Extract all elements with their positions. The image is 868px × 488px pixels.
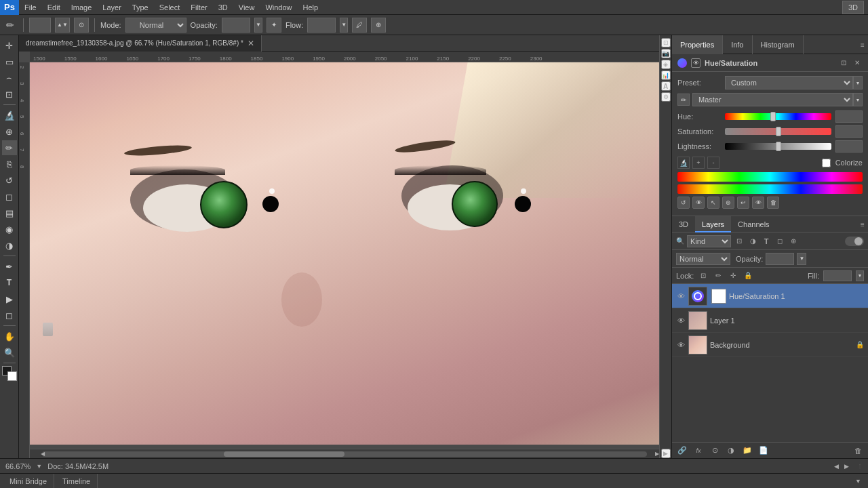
rmt-chart-icon[interactable]: 📊 [661,70,671,80]
type-tool[interactable]: T [2,275,17,290]
hue-slider-thumb[interactable] [770,112,776,121]
remove-sample-btn[interactable]: - [707,157,719,169]
history-brush-tool[interactable]: ↺ [2,173,17,188]
fill-value[interactable]: 100% [823,270,852,281]
rmt-settings-icon[interactable]: ⚙ [661,92,671,102]
adjust-filter-icon[interactable]: ◑ [747,236,758,247]
del-adjust-icon[interactable]: ↖ [707,197,719,209]
move-tool[interactable]: ✛ [2,38,17,53]
blend-mode-select[interactable]: Normal [676,253,730,265]
fill-dropdown-btn[interactable]: ▼ [856,270,864,281]
view-icon[interactable]: 👁 [752,197,764,209]
lock-paint-btn[interactable]: ✏ [713,270,724,281]
layers-tab-3d[interactable]: 3D [672,216,695,232]
clip-icon[interactable]: ⊕ [722,197,734,209]
fx-btn[interactable]: fx [692,445,705,457]
menu-layer[interactable]: Layer [97,0,127,15]
lasso-tool[interactable]: ⌢ [2,70,17,85]
layers-tab-layers[interactable]: Layers [695,216,731,232]
hue-value-input[interactable]: -23 [835,110,863,123]
brush-tool-icon[interactable]: ✏ [3,18,18,33]
layer-item-layer1[interactable]: 👁 Layer 1 [672,308,868,333]
channel-dropdown-btn[interactable]: ▼ [853,93,863,106]
lock-all-btn[interactable]: 🔒 [743,270,753,281]
rmt-3d-icon[interactable]: ◈ [661,60,671,69]
layer-visibility-eye[interactable]: 👁 [676,316,686,325]
menu-image[interactable]: Image [66,0,98,15]
menu-file[interactable]: File [19,0,42,15]
scroll-right-btn[interactable]: ▶ [655,451,659,457]
lightness-value-input[interactable]: 0 [835,140,863,152]
pixel-filter-icon[interactable]: ⊡ [734,236,745,247]
status-zoom-icon[interactable]: ▼ [36,463,42,470]
menu-view[interactable]: View [233,0,260,15]
resize-grip[interactable]: ⋮ [857,463,863,469]
menu-type[interactable]: Type [127,0,154,15]
clone-tool[interactable]: ⎘ [2,157,17,171]
crop-tool[interactable]: ⊡ [2,87,17,102]
visibility-toggle[interactable]: 👁 [691,58,701,68]
lightness-slider-thumb[interactable] [776,142,781,151]
dodge-tool[interactable]: ◑ [2,238,17,253]
opacity-dropdown[interactable]: ▼ [254,18,262,33]
opacity-input[interactable]: 100% [222,18,250,33]
timeline-next-btn[interactable]: ▶ [844,463,849,470]
canvas-image[interactable] [30,62,659,445]
path-select-tool[interactable]: ▶ [2,291,17,306]
menu-3d[interactable]: 3D [213,0,233,15]
menu-filter[interactable]: Filter [185,0,212,15]
new-fill-btn[interactable]: ◑ [725,445,737,457]
brush-size-stepper[interactable]: ▲▼ [55,18,70,33]
menu-help[interactable]: Help [298,0,324,15]
stylus-icon[interactable]: 🖊 [352,18,367,33]
tab-info[interactable]: Info [723,35,752,54]
colorize-checkbox[interactable] [822,159,831,167]
clip-to-layer-btn[interactable]: ⊡ [838,58,849,68]
tab-histogram[interactable]: Histogram [753,35,804,54]
select-tool[interactable]: ▭ [2,54,17,69]
saturation-value-input[interactable]: 0 [835,125,863,138]
channel-edit-icon[interactable]: ✏ [677,94,690,106]
zoom-tool[interactable]: 🔍 [2,345,17,360]
rmt-text-icon[interactable]: A [661,81,671,91]
canvas-container[interactable]: 1500 1550 1600 1650 1700 1750 1800 1850 … [19,52,659,458]
smart-filter-icon[interactable]: ⊕ [788,236,799,247]
filter-toggle[interactable] [845,237,864,246]
tab-mini-bridge[interactable]: Mini Bridge [3,474,54,489]
props-close-btn[interactable]: ✕ [852,58,863,68]
link-layers-btn[interactable]: 🔗 [676,445,688,457]
foreground-bg-colors[interactable] [2,366,17,381]
canvas-area[interactable] [30,62,659,445]
history-eye-icon[interactable]: 👁 [692,197,705,209]
opacity-dropdown-btn[interactable]: ▼ [797,253,806,265]
trash-icon[interactable]: 🗑 [767,197,779,209]
layer-item-hue-saturation[interactable]: 👁 Hue/Saturation 1 [672,284,868,308]
tab-timeline[interactable]: Timeline [56,474,98,489]
pen-tool[interactable]: ✒ [2,259,17,274]
mode-select[interactable]: Normal [125,18,186,33]
airbrush-icon[interactable]: ✦ [267,18,281,33]
gradient-tool[interactable]: ▤ [2,205,17,220]
delete-layer-btn[interactable]: 🗑 [852,445,864,457]
add-mask-btn[interactable]: ⊙ [709,445,721,457]
layer-item-background[interactable]: 👁 Background 🔒 [672,333,868,357]
new-layer-btn[interactable]: 📄 [757,445,770,457]
layers-filter-select[interactable]: Kind [687,235,731,247]
blur-tool[interactable]: ◉ [2,222,17,237]
lock-position-btn[interactable]: ✛ [728,270,738,281]
add-sample-btn[interactable]: + [692,157,705,169]
opacity-value[interactable]: 100% [766,253,794,265]
eyedropper-btn[interactable]: 🔬 [677,157,690,169]
layer-visibility-eye[interactable]: 👁 [676,291,686,301]
type-filter-icon[interactable]: T [761,236,772,247]
reset-layer-icon[interactable]: ↺ [677,197,690,209]
rmt-camera-icon[interactable]: 📷 [661,49,671,58]
brush-size-input[interactable]: 20 [29,18,51,33]
saturation-slider-thumb[interactable] [776,127,781,136]
brush-tool[interactable]: ✏ [2,140,17,155]
preset-dropdown-btn[interactable]: ▼ [853,76,863,89]
menu-select[interactable]: Select [154,0,186,15]
channel-select[interactable]: Master [692,93,853,106]
scroll-left-btn[interactable]: ◀ [41,451,45,457]
flow-dropdown[interactable]: ▼ [340,18,348,33]
